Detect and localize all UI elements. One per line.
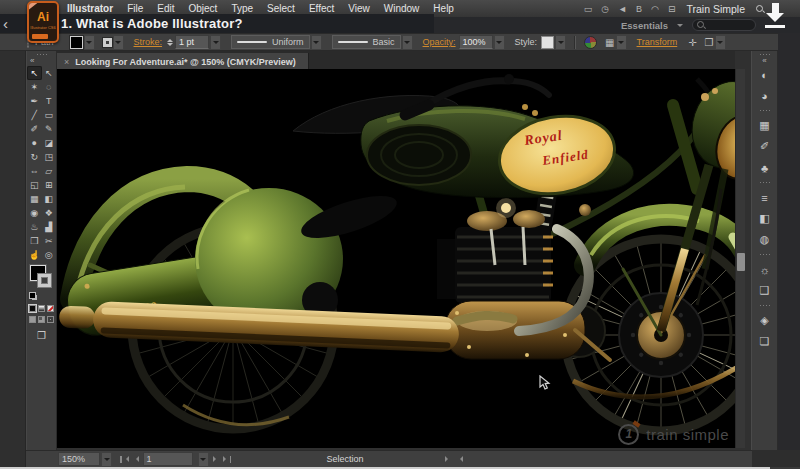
zoom-dropdown-button[interactable] (101, 452, 112, 467)
stroke-swatch[interactable] (38, 274, 51, 287)
brushes-panel-icon[interactable]: ✐ (752, 136, 777, 157)
battery-icon[interactable]: ⊟ (668, 4, 676, 14)
width-profile-dropdown[interactable] (311, 35, 322, 50)
magic-wand-tool[interactable]: ✶ (27, 80, 42, 94)
stroke-weight-field[interactable]: 1 pt (175, 35, 209, 49)
width-profile-select[interactable]: Uniform (231, 35, 310, 49)
scroll-left-button[interactable] (457, 456, 463, 462)
gradient-button[interactable] (38, 305, 45, 312)
menu-type[interactable]: Type (224, 3, 260, 14)
color-button[interactable] (29, 305, 36, 312)
line-segment-tool[interactable]: ╱ (27, 108, 42, 122)
menu-illustrator[interactable]: Illustrator (60, 3, 120, 14)
stroke-panel-link[interactable]: Stroke: (134, 37, 163, 47)
tab-close-icon[interactable]: × (64, 57, 69, 67)
gradient-tool[interactable]: ◧ (42, 192, 57, 206)
menu-object[interactable]: Object (181, 3, 224, 14)
toolbar-collapse-icon[interactable]: « (27, 57, 56, 65)
mesh-tool[interactable]: ▦ (27, 192, 42, 206)
next-artboard-button[interactable] (213, 456, 219, 462)
menu-file[interactable]: File (120, 3, 150, 14)
arrange-options-icon[interactable]: ❐ (705, 37, 714, 48)
opacity-dropdown[interactable] (494, 35, 505, 50)
zoom-level-field[interactable]: 150% (58, 452, 100, 466)
default-fill-stroke-icon[interactable] (29, 292, 36, 299)
slice-tool[interactable]: ✂ (42, 234, 57, 248)
display-icon[interactable]: ▭ (584, 4, 593, 14)
direct-selection-tool[interactable]: ↖ (42, 66, 57, 80)
menu-edit[interactable]: Edit (150, 3, 181, 14)
blob-brush-tool[interactable]: ● (27, 136, 42, 150)
draw-inside-button[interactable] (47, 316, 54, 323)
brush-definition-select[interactable]: Basic (332, 35, 401, 49)
app-search-field[interactable] (692, 19, 756, 31)
rectangle-tool[interactable]: ▭ (42, 108, 57, 122)
opacity-panel-link[interactable]: Opacity: (423, 37, 456, 47)
bluetooth-icon[interactable]: B (636, 4, 642, 14)
vertical-scrollbar[interactable] (735, 69, 745, 448)
draw-normal-button[interactable] (29, 316, 36, 323)
color-panel-icon[interactable]: ◐ (752, 64, 777, 85)
status-display[interactable]: Selection (245, 454, 445, 464)
back-chevron-icon[interactable]: ‹ (3, 14, 8, 33)
prev-artboard-button[interactable] (133, 456, 139, 462)
type-tool[interactable]: T (42, 94, 57, 108)
width-tool[interactable]: ⇔ (27, 164, 42, 178)
transparency-panel-icon[interactable]: ◍ (752, 229, 777, 250)
style-swatch[interactable] (541, 36, 554, 49)
menu-select[interactable]: Select (260, 3, 302, 14)
vertical-scrollbar-thumb[interactable] (737, 253, 745, 271)
stroke-weight-stepper[interactable] (167, 36, 173, 49)
stroke-weight-dropdown[interactable] (210, 35, 221, 50)
download-button[interactable] (760, 3, 790, 33)
symbols-panel-icon[interactable]: ♣ (752, 157, 777, 178)
wifi-icon[interactable]: ◠ (651, 4, 659, 14)
stroke-color-swatch[interactable] (103, 38, 112, 47)
artwork-motorcycle[interactable]: 500 (57, 69, 735, 448)
scroll-right-button[interactable] (445, 456, 451, 462)
workspace-caret-icon[interactable] (677, 24, 683, 30)
eraser-tool[interactable]: ◪ (42, 136, 57, 150)
dock-collapse-icon[interactable]: « (752, 57, 777, 64)
swatches-panel-icon[interactable]: ▦ (752, 115, 777, 136)
menu-view[interactable]: View (341, 3, 377, 14)
eyedropper-tool[interactable]: ◉ (27, 206, 42, 220)
horizontal-scrollbar[interactable] (463, 451, 752, 468)
layers-panel-icon[interactable]: ◈ (752, 310, 777, 331)
clock-icon[interactable]: ◷ (601, 4, 609, 14)
menu-help[interactable]: Help (426, 3, 461, 14)
lasso-tool[interactable]: ◌ (42, 80, 57, 94)
style-dropdown[interactable] (555, 35, 566, 50)
blend-tool[interactable]: ❖ (42, 206, 57, 220)
menu-window[interactable]: Window (377, 3, 427, 14)
graphic-styles-panel-icon[interactable]: ❑ (752, 280, 777, 301)
workspace-switcher[interactable]: Essentials (621, 20, 668, 31)
fill-color-swatch[interactable] (70, 36, 83, 49)
grid-options-dropdown[interactable] (616, 35, 627, 50)
arrange-dropdown[interactable] (715, 35, 726, 50)
transform-panel-link[interactable]: Transform (637, 37, 678, 47)
first-artboard-button[interactable] (120, 456, 129, 463)
none-button[interactable] (47, 305, 54, 312)
shape-builder-tool[interactable]: ◱ (27, 178, 42, 192)
artboard-tool[interactable]: ❒ (27, 234, 42, 248)
brush-dropdown[interactable] (402, 35, 413, 50)
column-graph-tool[interactable]: ▟ (42, 220, 57, 234)
artboards-panel-icon[interactable]: ❏ (752, 331, 777, 352)
gradient-panel-icon[interactable]: ◧ (752, 208, 777, 229)
grid-options-icon[interactable]: ▦ (605, 37, 614, 48)
free-transform-tool[interactable]: ▱ (42, 164, 57, 178)
color-guide-panel-icon[interactable]: ◕ (752, 85, 777, 106)
draw-behind-button[interactable] (38, 316, 45, 323)
screen-mode-button[interactable]: ❐ (27, 330, 56, 341)
document-canvas[interactable]: 500 (57, 69, 735, 448)
selection-tool[interactable]: ↖ (27, 66, 42, 80)
artboard-number-field[interactable]: 1 (143, 452, 193, 466)
scale-tool[interactable]: ◳ (42, 150, 57, 164)
stroke-dropdown-button[interactable] (113, 35, 124, 50)
zoom-tool[interactable]: ◎ (42, 248, 57, 262)
artboard-dropdown-button[interactable] (198, 452, 209, 467)
hand-tool[interactable]: ☝ (27, 248, 42, 262)
fill-dropdown-button[interactable] (84, 35, 95, 50)
last-artboard-button[interactable] (223, 456, 232, 463)
